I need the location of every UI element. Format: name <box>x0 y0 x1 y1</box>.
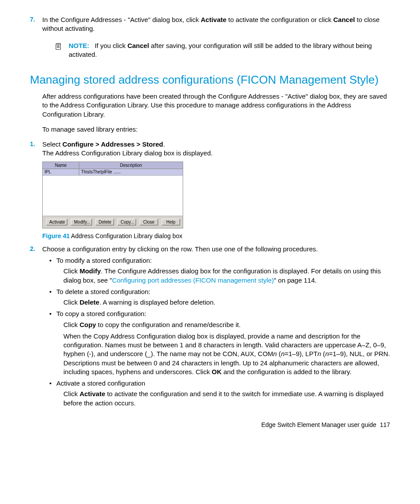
activate-button[interactable]: Activate <box>46 219 67 225</box>
step2-intro: Choose a configuration entry by clicking… <box>42 245 318 253</box>
figure-label: Figure 41 <box>42 232 70 239</box>
svg-rect-0 <box>56 44 61 49</box>
close-button[interactable]: Close <box>140 219 158 225</box>
bullet-copy-text-2: When the Copy Address Configuration dial… <box>63 332 390 376</box>
step-number: 7. <box>30 15 35 24</box>
step-1: 1. Select Configure > Addresses > Stored… <box>30 140 390 240</box>
bullet-delete: To delete a stored configuration: Click … <box>49 287 390 307</box>
dialog-header: Name Description <box>43 162 183 169</box>
step-7: 7. In the Configure Addresses - "Active"… <box>30 15 390 59</box>
cell-description: ThisIsTheIplFile ...... <box>79 169 183 175</box>
bullet-modify-text: Click Modify. The Configure Addresses di… <box>63 267 390 285</box>
step-number: 1. <box>30 140 35 148</box>
note-block: NOTE: If you click Cancel after saving, … <box>55 41 390 59</box>
bullet-copy-text-1: Click Copy to copy the configuration and… <box>63 320 390 329</box>
step1-line1: Select Configure > Addresses > Stored. <box>42 140 165 148</box>
section-heading: Managing stored address configurations (… <box>30 72 390 88</box>
note-label: NOTE: <box>69 42 89 49</box>
bullet-modify: To modify a stored configuration: Click … <box>49 256 390 285</box>
cell-name: IPL <box>43 169 79 175</box>
step-number: 2. <box>30 245 35 253</box>
delete-button[interactable]: Delete <box>96 219 114 225</box>
bullet-delete-text: Click Delete. A warning is displayed bef… <box>63 298 390 307</box>
note-icon <box>55 42 63 52</box>
step7-text: In the Configure Addresses - "Active" di… <box>42 16 379 32</box>
dialog-button-bar: Activate Modify... Delete Copy... Close … <box>43 216 183 228</box>
link-configuring-ports[interactable]: Configuring port addresses (FICON manage… <box>112 276 274 284</box>
page-number: 117 <box>380 421 390 428</box>
copy-button[interactable]: Copy... <box>118 219 136 225</box>
dialog-rows: IPL ThisIsTheIplFile ...... <box>43 169 183 216</box>
modify-button[interactable]: Modify... <box>71 219 92 225</box>
intro-paragraph-2: To manage saved library entries: <box>42 125 390 134</box>
intro-paragraph: After address configurations have been c… <box>42 92 390 119</box>
note-text: NOTE: If you click Cancel after saving, … <box>69 41 390 59</box>
figure-caption: Figure 41 Address Configuration Library … <box>42 232 390 240</box>
bullet-copy: To copy a stored configuration: Click Co… <box>49 309 390 376</box>
footer-text: Edge Switch Element Manager user guide <box>261 421 376 428</box>
bullet-activate-text: Click Activate to activate the configura… <box>63 390 390 408</box>
step-2: 2. Choose a configuration entry by click… <box>30 245 390 408</box>
dialog-box: Name Description IPL ThisIsTheIplFile ..… <box>42 162 183 229</box>
column-header-description[interactable]: Description <box>79 162 183 169</box>
bullet-activate: Activate a stored configuration Click Ac… <box>49 379 390 408</box>
table-row[interactable]: IPL ThisIsTheIplFile ...... <box>43 169 183 176</box>
help-button[interactable]: Help <box>162 219 180 225</box>
step1-line2: The Address Configuration Library dialog… <box>42 149 213 157</box>
column-header-name[interactable]: Name <box>43 162 79 169</box>
page-footer: Edge Switch Element Manager user guide 1… <box>30 421 390 429</box>
